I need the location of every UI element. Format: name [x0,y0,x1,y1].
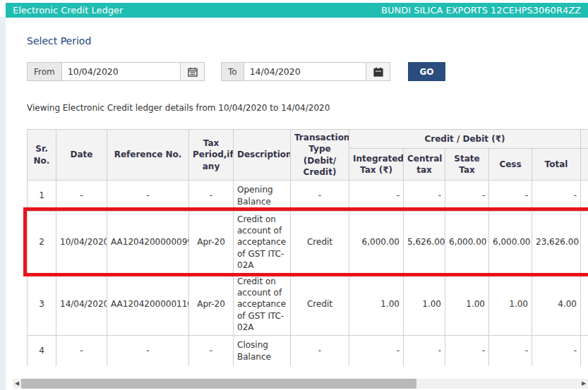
table-row-opening-balance: 1 - - - Opening Balance - - - - - - [28,181,588,212]
col-header-date: Date [56,130,107,181]
ledger-table: Sr. No. Date Reference No. Tax Period,if… [27,129,588,366]
to-label: To [222,63,244,80]
to-calendar-button[interactable] [366,63,390,80]
left-gutter [0,17,6,390]
cell-total: - [532,181,581,212]
cell-cess: - [489,181,532,212]
cell-description: Credit on account of acceptance of GST I… [234,212,291,274]
col-header-integrated-tax: Integrated Tax (₹) [349,149,404,181]
col-header-partial: I [581,149,588,181]
col-header-transaction-type: Transaction Type (Debit/ Credit) [291,130,349,181]
to-date-group: To [221,62,390,81]
cell-reference-no: AA1204200000099 [107,212,189,274]
cell-integrated-tax: 6,000.00 [349,212,404,274]
table-row-credit: 3 14/04/2020 AA120420000011O Apr-20 Cred… [28,274,588,336]
cell-central-tax: - [404,336,445,367]
cell-central-tax: 5,626.00 [404,212,445,274]
cell-transaction-type: Credit [291,274,349,336]
cell-transaction-type: - [291,181,349,212]
cell-total: 23,626.00 [532,212,581,274]
cell-date: 14/04/2020 [56,274,107,336]
horizontal-scrollbar[interactable]: ◀ ▶ [13,379,588,389]
cell-integrated-tax: 1.00 [349,274,404,336]
cell-tax-period: Apr-20 [189,212,234,274]
cell-total: 4.00 [532,274,581,336]
to-date-input[interactable] [244,63,366,80]
scrollbar-thumb[interactable] [21,379,416,389]
go-button[interactable]: GO [408,62,445,81]
scroll-right-arrow-icon[interactable]: ▶ [580,379,588,389]
col-header-tax-period: Tax Period,if any [189,130,234,181]
cell-reference-no: AA120420000011O [107,274,189,336]
cell-state-tax: - [445,336,489,367]
cell-central-tax: 1.00 [404,274,445,336]
cell-integrated-tax: - [349,336,404,367]
cell-central-tax: - [404,181,445,212]
table-row-highlighted-credit: 2 10/04/2020 AA1204200000099 Apr-20 Cred… [28,212,588,274]
col-group-partial [581,130,588,149]
cell-sr-no: 4 [28,336,56,367]
ledger-table-container: Sr. No. Date Reference No. Tax Period,if… [27,129,588,366]
col-header-description: Description [234,130,291,181]
cell-reference-no: - [107,336,189,367]
cell-partial [581,181,588,212]
cell-state-tax: - [445,181,489,212]
cell-description: Opening Balance [234,181,291,212]
cell-partial [581,274,588,336]
cell-state-tax: 6,000.00 [445,212,489,274]
cell-transaction-type: Credit [291,212,349,274]
from-date-input[interactable] [62,63,180,80]
cell-integrated-tax: - [349,181,404,212]
cell-tax-period: Apr-20 [189,274,234,336]
cell-tax-period: - [189,181,234,212]
viewing-details-text: Viewing Electronic Credit ledger details… [27,103,330,113]
electronic-credit-ledger-page: Electronic Credit Ledger BUNDI SILICA EX… [0,0,588,390]
col-header-reference-no: Reference No. [107,130,189,181]
table-header-group-row: Sr. No. Date Reference No. Tax Period,if… [28,130,588,149]
cell-state-tax: 1.00 [445,274,489,336]
cell-date: - [56,336,107,367]
calendar-icon [373,67,383,77]
cell-partial [581,212,588,274]
cell-total: - [532,336,581,367]
from-date-group: From [27,62,205,81]
page-title: Electronic Credit Ledger [13,5,123,16]
cell-date: - [56,181,107,212]
col-header-cess: Cess [489,149,532,181]
cell-sr-no: 2 [28,212,56,274]
cell-description: Credit on account of acceptance of GST I… [234,274,291,336]
page-header-bar: Electronic Credit Ledger BUNDI SILICA EX… [6,3,588,18]
calendar-icon [188,67,198,77]
cell-reference-no: - [107,181,189,212]
cell-partial [581,336,588,367]
scroll-left-arrow-icon[interactable]: ◀ [13,379,21,389]
col-header-central-tax: Central tax [404,149,445,181]
cell-cess: - [489,336,532,367]
table-row-closing-balance: 4 - - - Closing Balance - - - - - - [28,336,588,367]
cell-cess: 6,000.00 [489,212,532,274]
col-header-state-tax: State Tax [445,149,489,181]
cell-description: Closing Balance [234,336,291,367]
cell-sr-no: 1 [28,181,56,212]
cell-date: 10/04/2020 [56,212,107,274]
cell-cess: 1.00 [489,274,532,336]
select-period-label: Select Period [27,35,91,47]
cell-tax-period: - [189,336,234,367]
from-calendar-button[interactable] [180,63,204,80]
from-label: From [28,63,62,80]
col-header-sr-no: Sr. No. [28,130,56,181]
taxpayer-name-gstin: BUNDI SILICA EXPORTS 12CEHPS3060R4ZZ [381,5,581,16]
col-header-total: Total [532,149,581,181]
cell-transaction-type: - [291,336,349,367]
col-group-credit-debit: Credit / Debit (₹) [349,130,581,149]
cell-sr-no: 3 [28,274,56,336]
